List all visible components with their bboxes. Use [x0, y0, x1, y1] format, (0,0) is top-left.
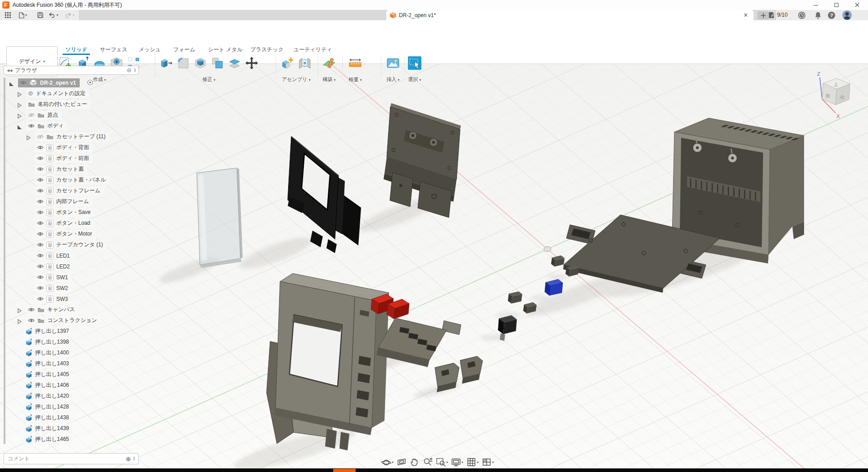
ribbon-group-label-2[interactable]: 修正 ▾ — [158, 76, 259, 83]
new-component-icon[interactable] — [280, 55, 295, 71]
new-file-icon[interactable]: ▾ — [17, 11, 29, 19]
eye-visible-icon[interactable] — [37, 231, 44, 236]
browser-panel-header[interactable]: ◀◀ ブラウザ ⊖ ‖ — [4, 66, 139, 75]
expand-arrow-icon[interactable] — [17, 91, 22, 96]
eye-visible-icon[interactable] — [37, 221, 44, 226]
expand-arrow-icon[interactable] — [17, 102, 22, 107]
eye-visible-icon[interactable] — [37, 199, 44, 204]
save-icon[interactable] — [34, 11, 46, 19]
insert-image-icon[interactable] — [385, 55, 401, 71]
display-settings-icon[interactable]: ▾ — [450, 457, 464, 467]
eye-visible-icon[interactable] — [37, 296, 44, 301]
measure-icon[interactable] — [348, 55, 363, 71]
activate-radio-icon[interactable] — [86, 79, 94, 86]
panel-grip[interactable]: ‖ — [134, 68, 136, 73]
construction-plane-icon[interactable] — [321, 55, 337, 71]
joint-icon[interactable] — [297, 55, 312, 71]
grid-settings-icon[interactable]: ▾ — [466, 457, 479, 467]
ribbon-tab-7[interactable]: ユーティリティ — [294, 46, 332, 53]
ribbon-tab-3[interactable]: メッシュ — [139, 46, 161, 53]
collapse-arrow-icon[interactable] — [17, 123, 22, 129]
eye-hidden-icon[interactable] — [37, 134, 44, 139]
expand-arrow-icon[interactable] — [17, 307, 22, 313]
eye-visible-icon[interactable] — [28, 123, 35, 128]
part-lid-glass-panel[interactable] — [197, 168, 243, 268]
browser-scrollbar[interactable] — [4, 77, 5, 444]
help-icon[interactable]: ? — [827, 10, 836, 20]
offset-face-icon[interactable] — [227, 55, 242, 71]
maximize-button[interactable] — [826, 0, 847, 10]
ribbon-tab-6[interactable]: プラスチック — [250, 46, 284, 53]
viewcube-label-right[interactable]: 右 — [840, 95, 845, 100]
comment-input[interactable]: コメント ⊕ ‖ — [4, 453, 139, 464]
collapse-panel-icon[interactable]: ◀◀ — [7, 68, 12, 73]
ribbon-group-label-7[interactable]: 選択 ▾ — [407, 76, 422, 83]
eye-visible-icon[interactable] — [37, 286, 44, 290]
tab-close-icon[interactable]: ✕ — [741, 12, 750, 18]
ribbon-tab-4[interactable]: フォーム — [173, 46, 195, 53]
pan-icon[interactable] — [409, 457, 420, 467]
eye-hidden-icon[interactable] — [28, 113, 35, 118]
press-pull-icon[interactable] — [158, 55, 174, 71]
part-latch-right[interactable] — [460, 356, 483, 384]
job-status-icon[interactable] — [768, 10, 776, 20]
recent-clock-icon[interactable] — [798, 10, 806, 20]
eye-visible-icon[interactable] — [37, 145, 44, 150]
eye-visible-icon[interactable] — [28, 307, 35, 312]
notifications-bell-icon[interactable] — [814, 10, 822, 20]
ribbon-group-label-4[interactable]: 構築 ▾ — [321, 76, 337, 83]
expand-arrow-icon[interactable] — [17, 113, 22, 118]
eye-visible-icon[interactable] — [37, 156, 44, 161]
part-switch-black[interactable] — [498, 315, 517, 341]
ribbon-tab-1[interactable]: ソリッド — [65, 46, 87, 53]
document-tab[interactable]: DR-2_open v1* ✕ — [386, 10, 754, 20]
fit-icon[interactable]: ▾ — [435, 457, 449, 467]
eye-visible-icon[interactable] — [20, 80, 27, 85]
combine-icon[interactable] — [210, 55, 225, 71]
fillet-icon[interactable] — [176, 55, 191, 71]
apps-grid-icon[interactable] — [2, 11, 14, 19]
look-at-icon[interactable] — [396, 457, 407, 467]
viewport-canvas[interactable]: 上 前 右 Z X — [0, 63, 868, 472]
part-cassette-back-panel[interactable] — [384, 103, 461, 218]
move-copy-icon[interactable] — [244, 55, 259, 71]
new-tab-button[interactable] — [757, 11, 769, 19]
close-button[interactable] — [847, 0, 868, 10]
eye-visible-icon[interactable] — [37, 253, 44, 258]
part-cassette-lid-black[interactable] — [288, 136, 361, 253]
shell-icon[interactable] — [193, 55, 208, 71]
expand-arrow-icon[interactable] — [17, 318, 22, 323]
viewports-icon[interactable]: ▾ — [481, 457, 495, 467]
eye-visible-icon[interactable] — [28, 318, 35, 323]
select-icon[interactable] — [407, 55, 422, 71]
part-body-front-shell[interactable] — [267, 273, 389, 450]
ribbon-group-label-6[interactable]: 挿入 ▾ — [385, 76, 401, 83]
add-comment-icon[interactable]: ⊕ — [126, 455, 131, 463]
user-avatar[interactable] — [842, 10, 852, 20]
eye-visible-icon[interactable] — [37, 177, 44, 182]
viewcube-label-front[interactable]: 前 — [826, 93, 830, 98]
ribbon-tab-2[interactable]: サーフェス — [100, 46, 127, 53]
origin-marker[interactable] — [544, 247, 551, 252]
orbit-icon[interactable]: ▾ — [380, 457, 394, 467]
viewcube-label-top[interactable]: 上 — [833, 82, 838, 87]
eye-visible-icon[interactable] — [37, 242, 44, 247]
zoom-icon[interactable] — [422, 457, 434, 467]
part-switch-blue[interactable] — [545, 279, 563, 295]
viewcube[interactable]: 上 前 右 Z X — [817, 71, 850, 119]
expand-arrow-icon[interactable] — [26, 134, 31, 140]
eye-visible-icon[interactable] — [37, 188, 44, 193]
ribbon-tab-5[interactable]: シート メタル — [208, 46, 243, 53]
redo-icon[interactable]: ▾ — [64, 11, 76, 19]
collapse-arrow-icon[interactable] — [9, 80, 14, 86]
panel-minus-icon[interactable]: ⊖ — [127, 67, 131, 73]
undo-icon[interactable]: ▾ — [48, 11, 59, 19]
ribbon-group-label-5[interactable]: 検査 ▾ — [348, 76, 363, 83]
comment-grip[interactable]: ‖ — [133, 456, 135, 461]
ribbon-group-label-3[interactable]: アセンブリ ▾ — [280, 76, 312, 83]
eye-visible-icon[interactable] — [37, 210, 44, 215]
eye-visible-icon[interactable] — [37, 275, 44, 280]
eye-visible-icon[interactable] — [37, 264, 44, 269]
minimize-button[interactable] — [805, 0, 826, 10]
eye-visible-icon[interactable] — [37, 167, 44, 172]
